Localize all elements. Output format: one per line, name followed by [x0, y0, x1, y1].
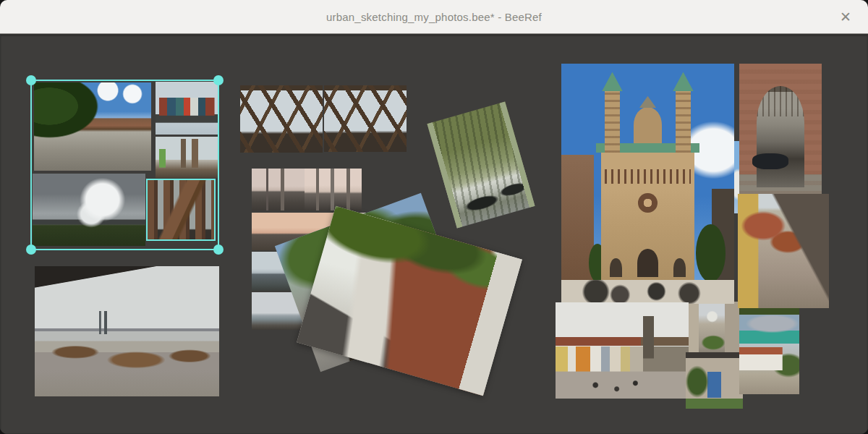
photo-stone-gate[interactable] [739, 64, 822, 195]
cathedral-portal-right [673, 258, 686, 278]
cathedral-rose-window [638, 193, 657, 213]
photo-industrial-dusk-2[interactable] [305, 169, 362, 210]
selection-handle-top-right[interactable] [213, 75, 224, 85]
cathedral-spire-left [602, 72, 623, 92]
stage [0, 0, 868, 434]
photo-industrial-dusk-1[interactable] [252, 169, 305, 210]
cathedral-spire-right [673, 72, 694, 92]
cathedral-tower-left [605, 90, 621, 153]
cathedral-tower-right [676, 90, 692, 153]
titlebar[interactable]: urban_sketching_my_photos.bee* - BeeRef … [0, 0, 868, 34]
photo-blue-door[interactable] [686, 352, 743, 409]
beeref-window: urban_sketching_my_photos.bee* - BeeRef … [0, 0, 868, 434]
cathedral-dome [634, 107, 661, 143]
cathedral-portal-left [610, 258, 622, 278]
selection-box[interactable] [30, 80, 219, 250]
photo-bridge-underside[interactable] [427, 101, 535, 228]
selection-handle-bottom-left[interactable] [26, 244, 36, 255]
selection-handle-top-left[interactable] [26, 75, 36, 85]
photo-river-castle[interactable] [739, 304, 799, 394]
gate-car [752, 153, 788, 169]
cathedral-right-tree [696, 224, 726, 282]
window-title: urban_sketching_my_photos.bee* - BeeRef [326, 11, 542, 23]
photo-bridge-truss-2[interactable] [324, 85, 407, 152]
cathedral-portal [637, 249, 658, 278]
close-icon[interactable]: ✕ [833, 0, 858, 33]
cathedral-arcade [605, 169, 692, 184]
selection-handle-bottom-right[interactable] [213, 244, 224, 255]
photo-market-square[interactable] [556, 302, 689, 399]
photo-rooftops[interactable] [738, 194, 829, 308]
cathedral-dome-cap [639, 96, 657, 109]
gate-arch-opening [757, 86, 804, 187]
cathedral-plaza [561, 280, 734, 304]
photo-cologne-riverbank[interactable] [35, 266, 219, 396]
photo-cathedral[interactable] [561, 64, 734, 304]
photo-bridge-truss-1[interactable] [240, 85, 323, 153]
